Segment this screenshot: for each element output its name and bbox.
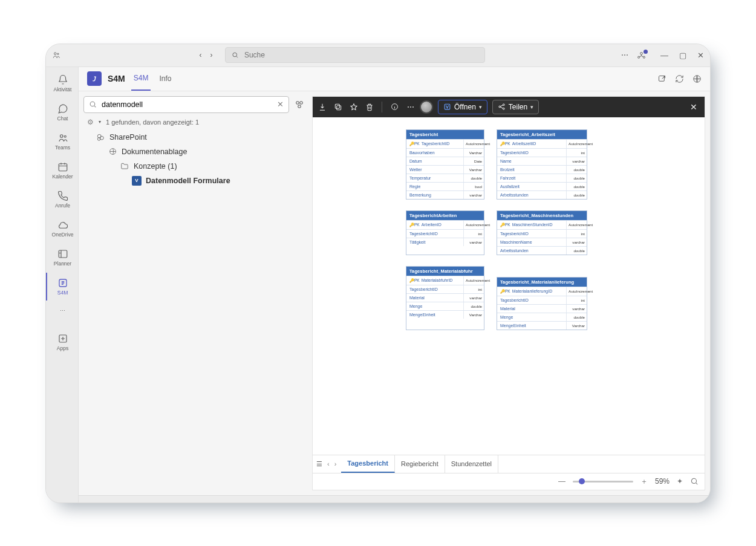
- download-icon[interactable]: [318, 102, 327, 111]
- zoom-out-icon[interactable]: —: [558, 477, 565, 486]
- preview: ⋯ Öffnen ▾ Teilen ▾: [312, 96, 705, 490]
- search-icon: [89, 100, 97, 108]
- body: Aktivität Chat Teams Kalender Anrufe One…: [46, 67, 710, 502]
- open-button[interactable]: Öffnen ▾: [438, 100, 487, 114]
- zoom-in-icon[interactable]: ＋: [640, 476, 648, 487]
- svg-rect-12: [659, 76, 665, 81]
- er-field-row: 🔑PKMaterialanlieferungIDAutoIncrement: [497, 287, 587, 296]
- svg-point-15: [296, 101, 299, 104]
- er-field-row: Ausfallzeitdouble: [497, 182, 587, 190]
- er-field-row: Materialvarchar: [497, 304, 587, 313]
- share-button-label: Teilen: [509, 103, 527, 111]
- tree-file-label: Datenmodell Formulare: [146, 177, 230, 185]
- tree-doclib-label: Dokumentenablage: [122, 148, 187, 156]
- search-box[interactable]: ✕: [83, 96, 289, 113]
- er-table: Tagesbericht_Materialanlieferung🔑PKMater…: [497, 277, 587, 330]
- visio-file-icon: V: [132, 176, 142, 186]
- tab-info[interactable]: Info: [157, 67, 174, 91]
- svg-point-16: [300, 101, 303, 104]
- er-field-row: Namevarchar: [497, 157, 587, 165]
- er-table: Tagesbericht_Maschinenstunden🔑PKMaschine…: [497, 210, 587, 255]
- rail-activity[interactable]: Aktivität: [46, 70, 79, 97]
- rail-teams[interactable]: Teams: [46, 128, 79, 155]
- sheet-next-icon[interactable]: ›: [334, 460, 337, 467]
- info-icon[interactable]: [390, 102, 399, 111]
- sheet-tab-bar: ☰ ‹ › Tagesbericht Regiebericht Stundenz…: [313, 455, 705, 473]
- nav-forward-icon[interactable]: ›: [210, 51, 213, 59]
- tree-folder-konzepte[interactable]: Konzepte (1): [83, 159, 307, 174]
- gear-icon[interactable]: ⚙: [87, 118, 94, 126]
- tree-folder-label: Konzepte (1): [134, 162, 177, 171]
- horizontal-scrollbar[interactable]: [79, 495, 710, 502]
- rail-onedrive[interactable]: OneDrive: [46, 215, 79, 242]
- rail-s4m[interactable]: S4M: [46, 273, 79, 301]
- sheet-prev-icon[interactable]: ‹: [327, 460, 330, 467]
- global-search[interactable]: [225, 47, 485, 63]
- er-field-row: Materialvarchar: [406, 293, 484, 302]
- tree-doclib[interactable]: Dokumentenablage: [83, 145, 307, 159]
- nav-back-icon[interactable]: ‹: [200, 51, 202, 59]
- close-icon[interactable]: ✕: [697, 51, 704, 60]
- rail-teams-label: Teams: [55, 145, 70, 151]
- er-field-row: TagesberichtIDint: [406, 285, 484, 293]
- zoom-slider[interactable]: [573, 481, 633, 483]
- sheet-tab-2[interactable]: Regiebericht: [395, 455, 445, 473]
- more-icon[interactable]: ⋯: [621, 51, 628, 59]
- app-rail: Aktivität Chat Teams Kalender Anrufe One…: [46, 67, 79, 502]
- preview-canvas[interactable]: Tagesbericht🔑PKTagesberichtIDAutoIncreme…: [313, 117, 705, 455]
- favorite-icon[interactable]: [349, 102, 358, 111]
- tab-s4m[interactable]: S4M: [131, 67, 151, 91]
- rail-calendar[interactable]: Kalender: [46, 157, 79, 184]
- sheet-tab-3[interactable]: Stundenzettel: [445, 455, 498, 473]
- rail-planner-label: Planner: [54, 261, 71, 267]
- svg-point-3: [640, 52, 643, 54]
- er-table: Tagesbericht_Arbeitszeit🔑PKArbeitszeitID…: [497, 129, 587, 200]
- er-field-row: BauvorhabenVarchar: [406, 148, 484, 157]
- rail-calls[interactable]: Anrufe: [46, 186, 79, 213]
- rail-planner[interactable]: Planner: [46, 244, 79, 271]
- tree-sharepoint[interactable]: SharePoint: [83, 130, 307, 145]
- rail-chat[interactable]: Chat: [46, 99, 79, 126]
- er-table-title: Tagesbericht_Arbeitszeit: [497, 130, 587, 139]
- er-field-row: Brotzeitdouble: [497, 165, 587, 174]
- delete-icon[interactable]: [365, 102, 374, 111]
- er-field-row: TagesberichtIDint: [497, 296, 587, 304]
- tab-header: 𝘑 S4M S4M Info: [79, 67, 710, 91]
- result-count-text: 1 gefunden, davon angezeigt: 1: [106, 119, 199, 126]
- close-preview-icon[interactable]: ✕: [688, 102, 700, 112]
- sheet-tab-1[interactable]: Tagesbericht: [341, 455, 395, 473]
- filter-icon[interactable]: [294, 99, 307, 110]
- preview-toolbar: ⋯ Öffnen ▾ Teilen ▾: [313, 97, 705, 117]
- more-horizontal-icon: ⋯: [60, 308, 65, 314]
- clear-search-icon[interactable]: ✕: [277, 100, 284, 109]
- er-field-row: 🔑PKArbeitenIDAutoIncrement: [406, 220, 484, 229]
- fit-page-icon[interactable]: ✦: [677, 477, 683, 486]
- presence-avatar[interactable]: [420, 100, 433, 114]
- copy-icon[interactable]: [333, 102, 342, 111]
- refresh-icon[interactable]: [675, 74, 684, 83]
- fit-width-icon[interactable]: [690, 477, 699, 486]
- toolbar-more-icon[interactable]: ⋯: [406, 102, 415, 111]
- search-input[interactable]: [100, 100, 273, 109]
- popout-icon[interactable]: [657, 74, 666, 83]
- globe-icon[interactable]: [692, 74, 702, 83]
- er-field-row: Mengedouble: [497, 313, 587, 321]
- search-pane: ✕ ⚙ ▾ 1 gefunden, davon angezeigt: 1: [83, 96, 307, 490]
- er-field-row: Tätigkeitvarchar: [406, 238, 484, 246]
- rail-more[interactable]: ⋯: [46, 302, 79, 320]
- share-button[interactable]: Teilen ▾: [492, 100, 539, 114]
- maximize-icon[interactable]: ▢: [679, 51, 686, 60]
- pages-menu-icon[interactable]: ☰: [316, 460, 327, 468]
- tree-file-datenmodell[interactable]: V Datenmodell Formulare: [83, 174, 307, 188]
- org-icon[interactable]: [637, 51, 646, 60]
- svg-point-2: [232, 53, 236, 57]
- global-search-input[interactable]: [243, 50, 478, 60]
- dropdown-caret-icon[interactable]: ▾: [99, 119, 101, 125]
- rail-chat-label: Chat: [57, 115, 68, 122]
- er-field-row: MengeEinheitVarchar: [497, 321, 587, 330]
- svg-point-7: [64, 135, 66, 137]
- er-table-title: TagesberichtArbeiten: [406, 211, 484, 220]
- minimize-icon[interactable]: —: [660, 51, 668, 60]
- rail-apps[interactable]: Apps: [46, 328, 79, 356]
- er-table-title: Tagesbericht_Maschinenstunden: [497, 211, 587, 220]
